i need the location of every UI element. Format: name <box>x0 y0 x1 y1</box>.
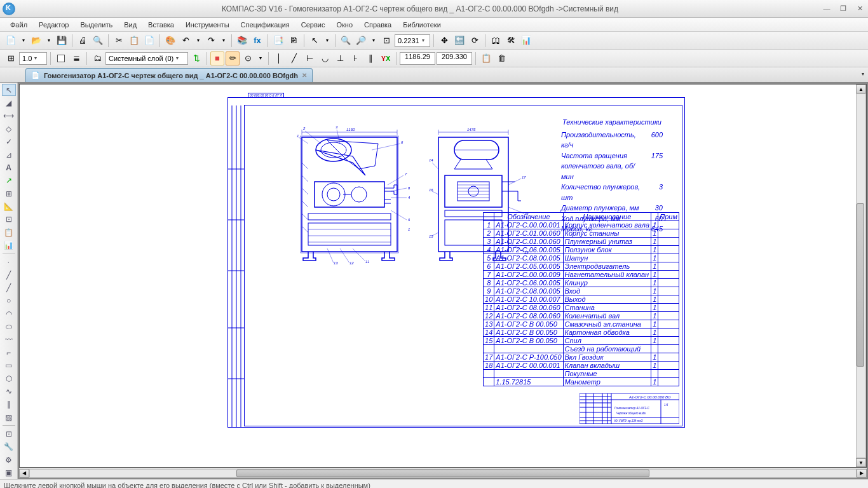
edit-tool[interactable]: ↗ <box>2 175 16 187</box>
zoom-value-field[interactable]: 0.2231▾ <box>395 34 430 47</box>
aux-line-tool[interactable]: ╱ <box>2 281 16 294</box>
grid-snap-button[interactable]: ⊞ <box>4 51 18 65</box>
line-tool[interactable]: ╱ <box>2 269 16 281</box>
snap-end-button[interactable]: ⊢ <box>302 51 316 65</box>
chamfer-tool[interactable]: ⌐ <box>2 346 16 358</box>
pencil-button[interactable]: ✏ <box>226 51 240 65</box>
equidist-tool[interactable]: ‖ <box>2 398 16 410</box>
redo-dropdown[interactable]: ▾ <box>219 34 228 48</box>
minimize-button[interactable]: — <box>821 3 832 15</box>
menu-editor[interactable]: Редактор <box>34 20 74 30</box>
menu-file[interactable]: Файл <box>5 20 32 30</box>
scroll-right-button[interactable]: ▶ <box>857 469 867 478</box>
document-tab-active[interactable]: 📄 Гомогенизатор А1-ОГ2-С чертеж общего в… <box>25 68 313 82</box>
perp-snap-button[interactable]: ⊦ <box>348 51 362 65</box>
paste-button[interactable]: 📄 <box>142 34 156 48</box>
macro-tool[interactable]: ▣ <box>2 466 16 478</box>
preview-button[interactable]: 🔍 <box>91 34 105 48</box>
menu-service[interactable]: Сервис <box>296 20 330 30</box>
circle-tool[interactable]: ○ <box>2 295 16 307</box>
parallel-button[interactable]: ∥ <box>363 51 377 65</box>
open-button[interactable]: 📂 <box>29 34 43 48</box>
snap-dropdown[interactable]: ▾ <box>256 51 265 65</box>
zoom-fit-button[interactable]: 🔍 <box>339 34 353 48</box>
copy-button[interactable]: 📋 <box>127 34 141 48</box>
stop-button[interactable]: ■ <box>210 51 224 65</box>
menu-libraries[interactable]: Библиотеки <box>398 20 446 30</box>
assoc-tool[interactable]: ⊡ <box>2 428 16 440</box>
print-button[interactable]: 🖨 <box>76 34 90 48</box>
menu-window[interactable]: Окно <box>331 20 358 30</box>
tabs-overflow-icon[interactable]: ▾ <box>862 71 864 77</box>
new-doc-button[interactable]: 📄 <box>4 34 18 48</box>
canvas[interactable]: 00 000.00.00 С-2 ЛГ Л 1150 <box>19 84 867 468</box>
vertical-scrollbar[interactable]: ▲ ▼ <box>856 85 866 467</box>
undo-dropdown[interactable]: ▾ <box>194 34 203 48</box>
zoom-region-button[interactable]: ⊡ <box>379 34 393 48</box>
variables-button[interactable]: fx <box>250 34 264 48</box>
cut-button[interactable]: ✂ <box>112 34 126 48</box>
ellipse-tool[interactable]: ⬭ <box>2 321 16 333</box>
text-tool[interactable]: A <box>2 161 16 173</box>
line-style-button[interactable]: │ <box>272 51 286 65</box>
close-button[interactable]: ✕ <box>854 3 865 15</box>
geometry-tool[interactable]: ◢ <box>2 97 16 109</box>
reports-tool[interactable]: 📊 <box>2 239 16 251</box>
diag-line-button[interactable]: ╱ <box>287 51 301 65</box>
menu-select[interactable]: Выделить <box>75 20 118 30</box>
hatch-tool[interactable]: ▨ <box>2 411 16 423</box>
caption-tool[interactable]: ◇ <box>2 123 16 135</box>
menu-help[interactable]: Справка <box>359 20 397 30</box>
cursor-arrow-icon[interactable]: ↖ <box>308 34 322 48</box>
cursor-dropdown[interactable]: ▾ <box>323 34 332 48</box>
horizontal-scrollbar[interactable]: ◀ ▶ <box>19 468 867 478</box>
scroll-left-button[interactable]: ◀ <box>19 469 29 478</box>
roughness-tool[interactable]: ✓ <box>2 136 16 148</box>
measure-tool[interactable]: 📐 <box>2 200 16 212</box>
point-tool[interactable]: · <box>2 256 16 268</box>
layer-dropdown[interactable]: Системный слой (0)▾ <box>105 52 188 65</box>
xy-button[interactable]: YX <box>379 51 393 65</box>
extra-button1[interactable]: 🕮 <box>489 34 503 48</box>
spline-tool[interactable]: ∿ <box>2 385 16 397</box>
scroll-up-button[interactable]: ▲ <box>856 85 866 93</box>
save-button[interactable]: 💾 <box>55 34 69 48</box>
arc-tool[interactable]: ◠ <box>2 308 16 320</box>
maximize-button[interactable]: ❐ <box>837 3 849 15</box>
formats-tool[interactable]: 🔧 <box>2 441 16 453</box>
zoom-prev-button[interactable]: 🔙 <box>452 34 466 48</box>
menu-spec[interactable]: Спецификация <box>236 20 295 30</box>
close-tab-button[interactable]: ✕ <box>302 72 307 79</box>
layer-manager-button[interactable]: 🗂 <box>90 51 104 65</box>
select-tool[interactable]: ↖ <box>2 84 16 96</box>
zoom-dropdown[interactable]: ▾ <box>369 34 378 48</box>
extra-button3[interactable]: 📊 <box>519 34 533 48</box>
menu-insert[interactable]: Вставка <box>143 20 179 30</box>
spec-tool[interactable]: 📋 <box>2 226 16 238</box>
zoom-in-button[interactable]: 🔎 <box>354 34 368 48</box>
dimension-tool[interactable]: ⟷ <box>2 110 16 122</box>
clipboard-button[interactable]: 🎨 <box>163 34 177 48</box>
scale-dropdown[interactable]: 1.0▾ <box>19 52 47 65</box>
layer-arrows-icon[interactable]: ⇅ <box>189 51 203 65</box>
menu-view[interactable]: Вид <box>119 20 142 30</box>
new-dropdown-button[interactable]: ▾ <box>19 34 28 48</box>
tree-button[interactable]: 🖹 <box>287 34 301 48</box>
settings-tool[interactable]: ⚙ <box>2 454 16 466</box>
snap-mid-button[interactable]: ⊥ <box>333 51 347 65</box>
library-button[interactable]: 📚 <box>235 34 249 48</box>
redo-button[interactable]: ↷ <box>204 34 218 48</box>
snap-button[interactable]: ⊙ <box>241 51 255 65</box>
layer-color-button[interactable] <box>54 51 68 65</box>
extra-button2[interactable]: 🛠 <box>504 34 518 48</box>
arc-snap-button[interactable]: ◡ <box>318 51 332 65</box>
undo-button[interactable]: ↶ <box>179 34 193 48</box>
rect-tool[interactable]: ▭ <box>2 360 16 372</box>
scroll-down-button[interactable]: ▼ <box>856 458 866 467</box>
coord-x-field[interactable]: 1186.29 <box>400 52 435 65</box>
layers-button[interactable]: ≣ <box>69 51 83 65</box>
polyline-tool[interactable]: 〰 <box>2 334 16 346</box>
axis-tool[interactable]: ⊿ <box>2 149 16 161</box>
open-dropdown-button[interactable]: ▾ <box>44 34 53 48</box>
views-tool[interactable]: ⊡ <box>2 214 16 226</box>
